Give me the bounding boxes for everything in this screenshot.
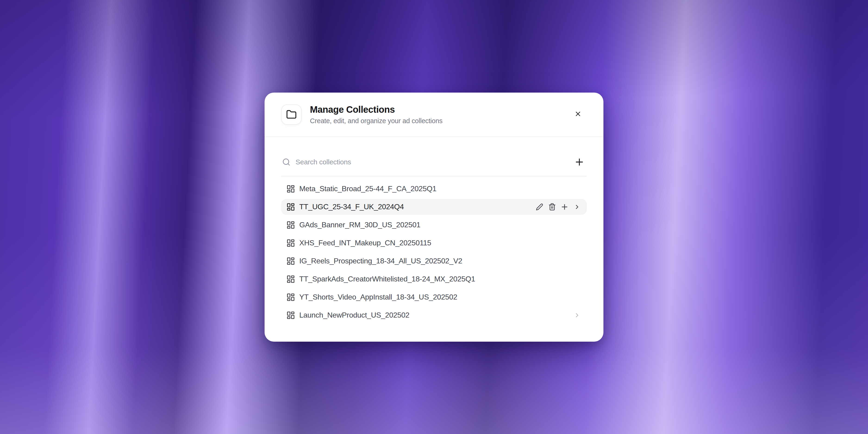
- collection-name: GAds_Banner_RM_30D_US_202501: [299, 221, 421, 229]
- layout-grid-icon: [286, 275, 295, 283]
- collection-row[interactable]: YT_Shorts_Video_AppInstall_18-34_US_2025…: [281, 289, 587, 305]
- add-to-collection-button[interactable]: [559, 202, 570, 212]
- search-input[interactable]: [296, 158, 568, 166]
- folder-icon: [286, 109, 297, 120]
- layout-grid-icon: [286, 311, 295, 320]
- collection-row[interactable]: Launch_NewProduct_US_202502: [281, 307, 587, 323]
- layout-grid-icon: [286, 293, 295, 302]
- layout-grid-icon: [286, 239, 295, 247]
- layout-grid-icon: [286, 203, 295, 211]
- open-collection-button[interactable]: [572, 310, 582, 320]
- close-button[interactable]: [572, 108, 584, 120]
- search-row: [281, 148, 587, 176]
- folder-icon-tile: [281, 104, 302, 125]
- pencil-icon: [536, 203, 543, 211]
- dialog-subtitle: Create, edit, and organize your ad colle…: [310, 117, 442, 125]
- layout-grid-icon: [286, 184, 295, 193]
- plus-icon: [574, 157, 585, 167]
- open-collection-button[interactable]: [572, 202, 582, 212]
- dialog-header-text: Manage Collections Create, edit, and org…: [310, 104, 442, 125]
- collection-name: IG_Reels_Prospecting_18-34_All_US_202502…: [299, 257, 462, 265]
- collection-name: Meta_Static_Broad_25-44_F_CA_2025Q1: [299, 184, 437, 193]
- dialog-title: Manage Collections: [310, 104, 442, 115]
- collection-row[interactable]: IG_Reels_Prospecting_18-34_All_US_202502…: [281, 253, 587, 269]
- close-icon: [574, 110, 582, 118]
- dialog-header: Manage Collections Create, edit, and org…: [265, 93, 603, 137]
- collection-list: Meta_Static_Broad_25-44_F_CA_2025Q1: [281, 181, 587, 323]
- trash-icon: [548, 203, 556, 211]
- chevron-right-icon: [574, 204, 581, 210]
- chevron-right-icon: [574, 312, 581, 319]
- collection-name: XHS_Feed_INT_Makeup_CN_20250115: [299, 239, 431, 247]
- add-collection-button[interactable]: [573, 156, 586, 168]
- collection-row[interactable]: TT_UGC_25-34_F_UK_2024Q4: [281, 199, 587, 215]
- layout-grid-icon: [286, 221, 295, 229]
- plus-icon: [560, 203, 569, 211]
- collection-row[interactable]: XHS_Feed_INT_Makeup_CN_20250115: [281, 235, 587, 251]
- dialog-body: Meta_Static_Broad_25-44_F_CA_2025Q1: [265, 137, 603, 342]
- collection-row[interactable]: GAds_Banner_RM_30D_US_202501: [281, 217, 587, 233]
- edit-button[interactable]: [534, 202, 545, 212]
- collection-name: YT_Shorts_Video_AppInstall_18-34_US_2025…: [299, 293, 457, 301]
- collection-name: TT_SparkAds_CreatorWhitelisted_18-24_MX_…: [299, 275, 475, 283]
- collection-row[interactable]: Meta_Static_Broad_25-44_F_CA_2025Q1: [281, 181, 587, 197]
- layout-grid-icon: [286, 257, 295, 266]
- collection-row[interactable]: TT_SparkAds_CreatorWhitelisted_18-24_MX_…: [281, 271, 587, 287]
- manage-collections-dialog: Manage Collections Create, edit, and org…: [265, 93, 603, 342]
- desktop-background: { "background": { "base_color": "#5b3dc2…: [0, 0, 868, 434]
- collection-name: Launch_NewProduct_US_202502: [299, 311, 409, 319]
- search-icon: [282, 158, 290, 166]
- delete-button[interactable]: [547, 202, 557, 212]
- row-actions: [534, 202, 582, 212]
- collection-name: TT_UGC_25-34_F_UK_2024Q4: [299, 203, 404, 211]
